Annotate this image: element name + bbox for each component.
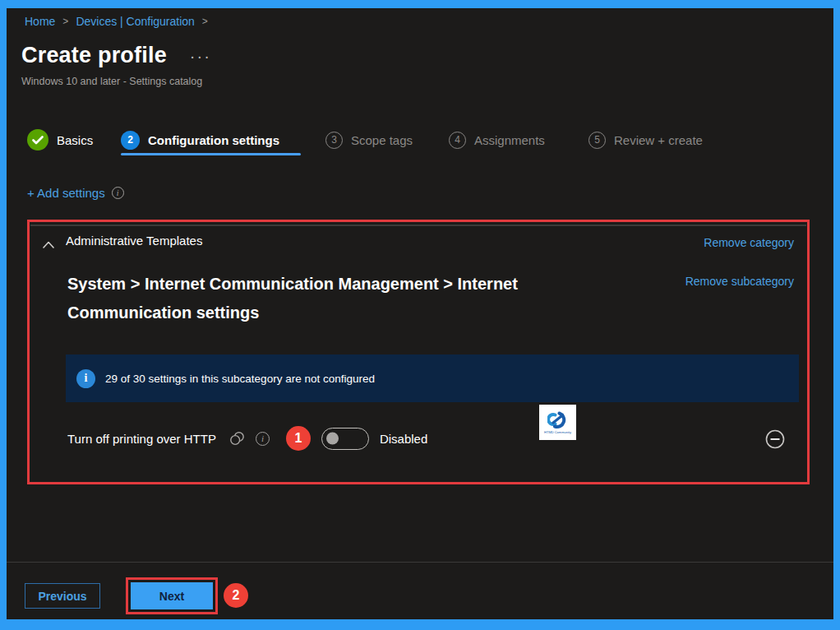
remove-category-link[interactable]: Remove category <box>704 236 794 249</box>
toggle-knob <box>326 433 339 445</box>
step-number-badge: 4 <box>449 132 466 149</box>
setting-row: Turn off printing over HTTP i 1 Disabled <box>67 424 794 452</box>
info-banner-text: 29 of 30 settings in this subcategory ar… <box>105 373 375 385</box>
remove-setting-icon[interactable] <box>765 429 785 449</box>
htmd-logo-text: HTMD Community <box>544 430 571 434</box>
breadcrumb-separator: > <box>62 16 68 27</box>
check-icon <box>27 129 48 151</box>
category-highlight-box: Administrative Templates Remove category… <box>27 220 810 484</box>
divider <box>30 225 806 226</box>
step-label: Basics <box>57 133 93 147</box>
info-icon[interactable]: i <box>112 187 124 199</box>
step-number-badge: 3 <box>325 132 343 149</box>
annotation-badge-1: 1 <box>286 426 311 451</box>
step-number-badge: 5 <box>588 132 606 149</box>
next-button-highlight-box: Next <box>126 577 218 614</box>
step-label: Assignments <box>474 133 545 147</box>
step-review-create[interactable]: 5 Review + create <box>588 128 703 151</box>
subcategory-title: System > Internet Communication Manageme… <box>67 270 598 327</box>
info-banner: i 29 of 30 settings in this subcategory … <box>66 354 799 402</box>
add-settings-link[interactable]: + Add settings <box>27 186 105 200</box>
step-number-badge: 2 <box>121 131 140 150</box>
info-icon[interactable]: i <box>256 432 270 446</box>
breadcrumb-home[interactable]: Home <box>25 15 55 28</box>
step-configuration-settings[interactable]: 2 Configuration settings <box>121 128 279 151</box>
step-label: Scope tags <box>351 133 413 147</box>
active-step-underline <box>121 153 301 155</box>
create-profile-page: Home > Devices | Configuration > Create … <box>7 8 833 619</box>
previous-button[interactable]: Previous <box>25 583 100 609</box>
wizard-steps: Basics 2 Configuration settings 3 Scope … <box>7 128 833 153</box>
page-subtitle: Windows 10 and later - Settings catalog <box>21 76 202 87</box>
step-scope-tags[interactable]: 3 Scope tags <box>325 128 413 151</box>
chevron-up-icon[interactable] <box>43 237 54 244</box>
breadcrumb-separator: > <box>202 16 208 27</box>
setting-toggle[interactable] <box>321 428 369 450</box>
step-label: Configuration settings <box>148 133 279 147</box>
toggle-state-label: Disabled <box>380 432 427 446</box>
step-assignments[interactable]: 4 Assignments <box>449 128 545 151</box>
csp-mapping-icon[interactable] <box>229 431 245 447</box>
info-icon: i <box>76 369 95 388</box>
step-basics[interactable]: Basics <box>27 128 93 151</box>
htmd-logo-icon <box>547 411 569 429</box>
footer-divider <box>7 562 833 563</box>
breadcrumb: Home > Devices | Configuration > <box>25 15 208 28</box>
page-title: Create profile <box>21 43 167 68</box>
htmd-community-logo: HTMD Community <box>539 405 576 440</box>
category-title: Administrative Templates <box>66 234 202 248</box>
annotation-badge-2: 2 <box>224 583 248 608</box>
breadcrumb-devices-configuration[interactable]: Devices | Configuration <box>76 15 194 28</box>
remove-subcategory-link[interactable]: Remove subcategory <box>685 275 794 288</box>
setting-label: Turn off printing over HTTP <box>67 432 216 446</box>
next-button[interactable]: Next <box>131 582 213 609</box>
more-menu-icon[interactable]: ··· <box>190 52 211 60</box>
step-label: Review + create <box>614 133 703 147</box>
